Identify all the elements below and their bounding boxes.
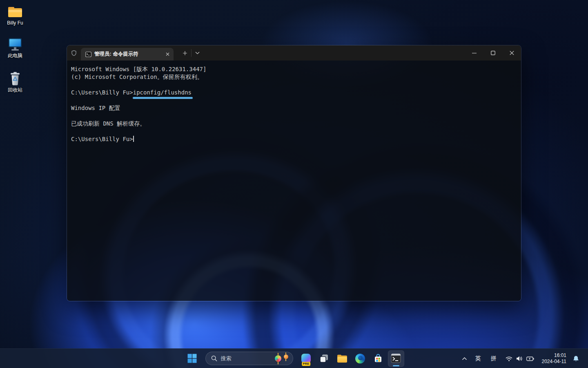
tray-time: 16:01	[542, 352, 567, 359]
active-app-indicator	[393, 365, 399, 366]
desktop-icon-label: 回收站	[1, 87, 29, 93]
terminal-line: Windows IP 配置	[71, 104, 517, 112]
folder-icon	[1, 3, 29, 19]
prompt-text: C:\Users\Billy Fu>	[71, 136, 133, 142]
lantern-icon	[275, 355, 281, 362]
taskbar-search[interactable]: 搜索	[205, 352, 293, 365]
search-highlight-decoration[interactable]	[274, 352, 290, 364]
file-explorer-icon	[337, 354, 347, 363]
tray-overflow-button[interactable]	[459, 350, 470, 367]
new-tab-button[interactable]	[179, 45, 191, 61]
search-icon	[211, 355, 217, 361]
terminal-line-blank	[71, 128, 517, 135]
close-icon	[510, 51, 514, 55]
edge-icon	[355, 354, 365, 364]
windows-logo-icon	[187, 354, 197, 363]
maximize-icon	[491, 51, 495, 55]
edge-button[interactable]	[352, 350, 368, 367]
microsoft-store-icon	[373, 354, 383, 364]
quick-settings-button[interactable]	[503, 350, 537, 367]
task-view-icon	[319, 354, 329, 363]
chevron-down-icon	[195, 52, 200, 54]
language-indicator[interactable]: 英	[472, 350, 484, 367]
prompt-text: C:\Users\Billy Fu>	[71, 89, 133, 96]
terminal-titlebar[interactable]: 管理员: 命令提示符	[67, 45, 521, 61]
terminal-line: C:\Users\Billy Fu>ipconfig/flushdns	[71, 89, 517, 96]
cmd-icon	[85, 52, 91, 57]
copilot-pre-badge: PRE	[302, 362, 311, 366]
battery-icon	[526, 357, 534, 361]
terminal-line-blank	[71, 112, 517, 120]
search-placeholder: 搜索	[221, 355, 274, 362]
terminal-tab[interactable]: 管理员: 命令提示符	[81, 48, 174, 61]
terminal-line: (c) Microsoft Corporation。保留所有权利。	[71, 73, 517, 81]
desktop-icon-billy-fu[interactable]: Billy Fu	[1, 3, 29, 26]
notification-center-button[interactable]	[570, 350, 582, 367]
desktop-icon-this-pc[interactable]: 此电脑	[1, 36, 29, 58]
microsoft-store-button[interactable]	[370, 350, 386, 367]
tab-dropdown-button[interactable]	[191, 49, 203, 57]
taskbar: 搜索 PRE	[0, 348, 588, 368]
notification-bell-icon	[572, 355, 579, 362]
terminal-window: 管理员: 命令提示符	[67, 45, 521, 301]
terminal-taskbar-button[interactable]	[388, 350, 404, 367]
task-view-button[interactable]	[316, 350, 332, 367]
desktop-icon-recycle-bin[interactable]: 回收站	[1, 70, 29, 93]
copilot-button[interactable]: PRE	[298, 350, 314, 367]
chevron-up-icon	[462, 357, 467, 360]
tab-title: 管理员: 命令提示符	[94, 51, 161, 58]
clock[interactable]: 16:01 2024-04-11	[539, 350, 569, 367]
ime-mode-indicator[interactable]: 拼	[488, 350, 499, 367]
desktop-icon-label: Billy Fu	[1, 20, 29, 26]
minimize-button[interactable]	[465, 45, 483, 61]
file-explorer-button[interactable]	[334, 350, 350, 367]
plus-icon	[183, 51, 187, 56]
this-pc-icon	[1, 36, 29, 52]
titlebar-drag-area[interactable]	[203, 45, 465, 61]
close-window-button[interactable]	[502, 45, 521, 61]
terminal-line: C:\Users\Billy Fu>	[71, 135, 517, 143]
recycle-bin-icon	[1, 70, 29, 86]
terminal-line: 已成功刷新 DNS 解析缓存。	[71, 120, 517, 128]
desktop-icon-label: 此电脑	[1, 53, 29, 58]
command-text: ipconfig/flushdns	[133, 89, 192, 96]
terminal-content[interactable]: Microsoft Windows [版本 10.0.22631.3447] (…	[67, 61, 521, 301]
terminal-line-blank	[71, 81, 517, 89]
tab-close-button[interactable]	[164, 51, 171, 58]
lantern-icon	[284, 355, 288, 359]
wifi-icon	[506, 356, 512, 361]
start-button[interactable]	[184, 350, 200, 367]
minimize-icon	[472, 53, 477, 54]
terminal-icon	[391, 353, 401, 364]
system-tray: 英 拼	[459, 349, 588, 368]
close-icon	[166, 52, 169, 56]
desktop-screen: Billy Fu 此电脑	[0, 0, 588, 368]
text-cursor	[133, 136, 134, 142]
speaker-icon	[516, 356, 523, 361]
tray-date: 2024-04-11	[542, 359, 567, 365]
terminal-line: Microsoft Windows [版本 10.0.22631.3447]	[71, 65, 517, 73]
maximize-button[interactable]	[483, 45, 502, 61]
admin-shield-icon	[67, 45, 81, 61]
